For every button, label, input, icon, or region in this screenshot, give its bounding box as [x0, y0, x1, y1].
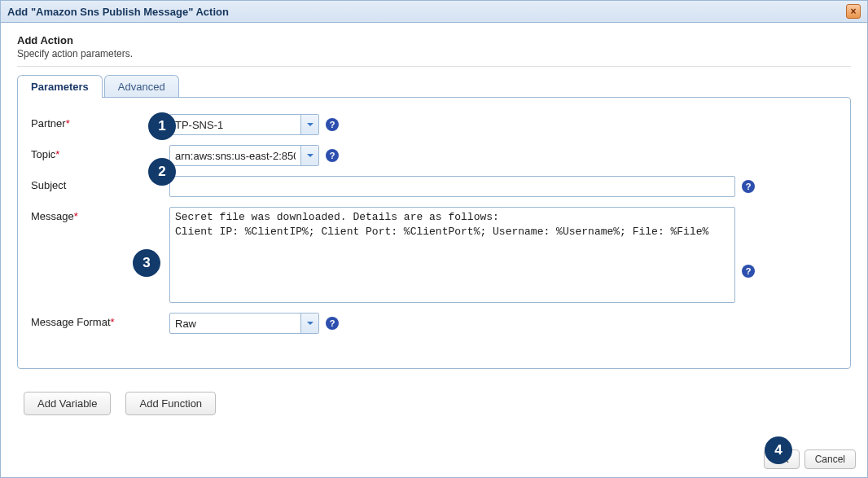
help-icon[interactable] — [742, 180, 755, 193]
required-mark: * — [111, 316, 115, 328]
label-topic: Topic* — [31, 145, 169, 160]
chevron-down-icon[interactable] — [300, 146, 318, 165]
control-topic — [169, 145, 837, 166]
label-partner-text: Partner — [31, 117, 66, 129]
label-topic-text: Topic — [31, 148, 55, 160]
tab-parameters-label: Parameters — [31, 81, 89, 93]
label-message-text: Message — [31, 210, 74, 222]
label-format: Message Format* — [31, 313, 169, 328]
label-subject-text: Subject — [31, 179, 66, 191]
row-partner: Partner* — [31, 114, 837, 135]
label-message: Message* — [31, 207, 169, 222]
row-message: Message* — [31, 207, 837, 303]
ok-button[interactable]: OK — [764, 449, 799, 469]
control-message — [169, 207, 837, 303]
control-format — [169, 313, 837, 334]
dialog-titlebar: Add "Amazon Sns Publish Message" Action … — [1, 1, 867, 23]
chevron-down-icon[interactable] — [300, 314, 318, 333]
divider — [17, 66, 851, 67]
message-textarea[interactable] — [169, 207, 735, 303]
topic-input[interactable] — [170, 146, 300, 165]
tab-advanced[interactable]: Advanced — [104, 75, 179, 98]
dialog-body: Add Action Specify action parameters. Pa… — [1, 23, 867, 477]
close-icon[interactable]: × — [846, 4, 861, 19]
help-icon[interactable] — [742, 265, 755, 278]
add-variable-button[interactable]: Add Variable — [24, 392, 111, 415]
help-icon[interactable] — [326, 317, 339, 330]
help-icon[interactable] — [326, 149, 339, 162]
dialog-title: Add "Amazon Sns Publish Message" Action — [7, 6, 229, 18]
partner-select[interactable] — [169, 114, 319, 135]
subject-input[interactable] — [169, 176, 735, 197]
tab-parameters[interactable]: Parameters — [17, 75, 103, 98]
row-topic: Topic* — [31, 145, 837, 166]
row-format: Message Format* — [31, 313, 837, 334]
tab-panel-parameters: Partner* Topic* — [17, 97, 851, 369]
cancel-button[interactable]: Cancel — [804, 449, 856, 469]
help-icon[interactable] — [326, 118, 339, 131]
format-select[interactable] — [169, 313, 319, 334]
action-button-bar: Add Variable Add Function — [17, 392, 851, 415]
required-mark: * — [74, 210, 78, 222]
required-mark: * — [66, 117, 70, 129]
tabs: Parameters Advanced — [17, 75, 851, 98]
topic-select[interactable] — [169, 145, 319, 166]
tab-advanced-label: Advanced — [118, 81, 165, 93]
label-format-text: Message Format — [31, 316, 111, 328]
control-subject — [169, 176, 837, 197]
dialog-window: Add "Amazon Sns Publish Message" Action … — [0, 0, 868, 478]
add-function-button[interactable]: Add Function — [125, 392, 216, 415]
label-partner: Partner* — [31, 114, 169, 129]
partner-input[interactable] — [170, 115, 300, 134]
format-input[interactable] — [170, 314, 300, 333]
chevron-down-icon[interactable] — [300, 115, 318, 134]
label-subject: Subject — [31, 176, 169, 191]
section-subtitle: Specify action parameters. — [17, 48, 851, 59]
dialog-footer: OK Cancel — [764, 449, 856, 469]
required-mark: * — [55, 148, 59, 160]
section-title: Add Action — [17, 34, 851, 46]
row-subject: Subject — [31, 176, 837, 197]
control-partner — [169, 114, 837, 135]
